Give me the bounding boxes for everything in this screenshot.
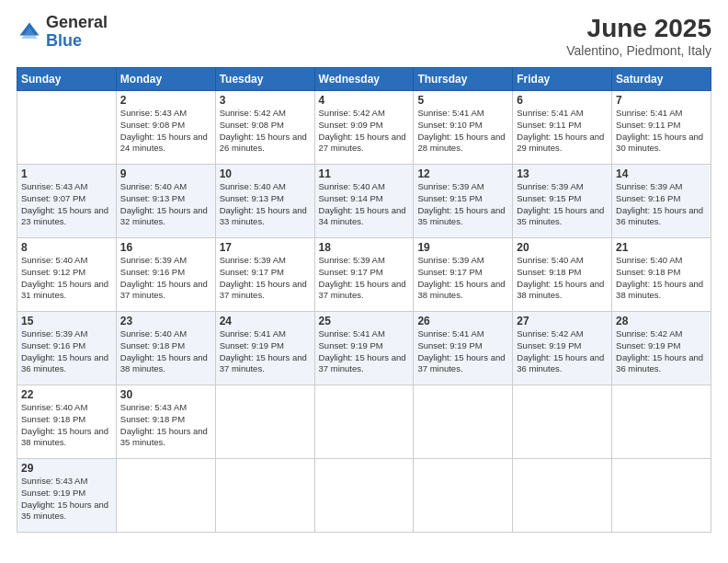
calendar-week-1: 1Sunrise: 5:43 AMSunset: 9:07 PMDaylight… [17,165,711,238]
calendar-week-2: 8Sunrise: 5:40 AMSunset: 9:12 PMDaylight… [17,238,711,312]
logo-text: General Blue [46,14,108,51]
day-number: 13 [517,167,608,180]
calendar-day-28: 28Sunrise: 5:42 AMSunset: 9:19 PMDayligh… [612,312,711,385]
calendar-day-27: 27Sunrise: 5:42 AMSunset: 9:19 PMDayligh… [513,312,612,385]
calendar-day-8: 8Sunrise: 5:40 AMSunset: 9:12 PMDaylight… [17,238,117,312]
logo-general: General [46,14,108,32]
calendar-day-23: 23Sunrise: 5:40 AMSunset: 9:18 PMDayligh… [116,312,215,385]
calendar-day-11: 11Sunrise: 5:40 AMSunset: 9:14 PMDayligh… [314,165,414,238]
day-number: 7 [616,94,707,107]
calendar-day-10: 10Sunrise: 5:40 AMSunset: 9:13 PMDayligh… [215,165,314,238]
calendar-day-24: 24Sunrise: 5:41 AMSunset: 9:19 PMDayligh… [215,312,314,385]
day-info: Sunrise: 5:40 AMSunset: 9:13 PMDaylight:… [220,181,311,228]
day-info: Sunrise: 5:41 AMSunset: 9:19 PMDaylight:… [417,328,508,375]
day-info: Sunrise: 5:39 AMSunset: 9:17 PMDaylight:… [319,255,410,302]
day-info: Sunrise: 5:39 AMSunset: 9:16 PMDaylight:… [616,181,707,228]
calendar-day-22: 22Sunrise: 5:40 AMSunset: 9:18 PMDayligh… [17,385,117,459]
day-info: Sunrise: 5:41 AMSunset: 9:19 PMDaylight:… [220,328,311,375]
day-info: Sunrise: 5:40 AMSunset: 9:12 PMDaylight:… [21,255,112,302]
day-number: 3 [220,94,311,107]
col-friday: Friday [513,68,612,91]
day-info: Sunrise: 5:43 AMSunset: 9:19 PMDaylight:… [21,476,112,523]
calendar-day-30: 30Sunrise: 5:43 AMSunset: 9:18 PMDayligh… [116,385,215,459]
header: General Blue June 2025 Valentino, Piedmo… [17,14,711,58]
day-info: Sunrise: 5:42 AMSunset: 9:19 PMDaylight:… [517,328,608,375]
day-number: 26 [417,315,508,327]
calendar-day-29: 29Sunrise: 5:43 AMSunset: 9:19 PMDayligh… [17,459,117,533]
day-number: 4 [319,94,410,107]
page: General Blue June 2025 Valentino, Piedmo… [0,0,728,563]
logo-blue: Blue [46,32,108,51]
month-title: June 2025 [566,14,711,43]
calendar-day-4: 4Sunrise: 5:42 AMSunset: 9:09 PMDaylight… [314,91,414,165]
calendar-day-7: 7Sunrise: 5:41 AMSunset: 9:11 PMDaylight… [612,91,711,165]
day-number: 29 [21,462,112,475]
calendar-day-19: 19Sunrise: 5:39 AMSunset: 9:17 PMDayligh… [414,238,513,312]
day-info: Sunrise: 5:39 AMSunset: 9:17 PMDaylight:… [417,255,508,302]
day-info: Sunrise: 5:40 AMSunset: 9:18 PMDaylight:… [21,402,112,449]
day-number: 14 [616,167,707,180]
day-number: 1 [21,167,112,180]
day-number: 12 [417,167,508,180]
calendar-day-2: 2Sunrise: 5:43 AMSunset: 9:08 PMDaylight… [116,91,215,165]
day-number: 15 [21,315,112,327]
day-info: Sunrise: 5:41 AMSunset: 9:10 PMDaylight:… [417,108,508,155]
day-info: Sunrise: 5:42 AMSunset: 9:19 PMDaylight:… [616,328,707,375]
calendar-week-3: 15Sunrise: 5:39 AMSunset: 9:16 PMDayligh… [17,312,711,385]
header-row: Sunday Monday Tuesday Wednesday Thursday… [17,68,711,91]
day-number: 19 [417,241,508,254]
calendar: Sunday Monday Tuesday Wednesday Thursday… [17,67,711,533]
logo-icon [17,19,42,45]
day-info: Sunrise: 5:39 AMSunset: 9:16 PMDaylight:… [120,255,211,302]
day-info: Sunrise: 5:39 AMSunset: 9:15 PMDaylight:… [417,181,508,228]
day-info: Sunrise: 5:39 AMSunset: 9:17 PMDaylight:… [220,255,311,302]
day-number: 8 [21,241,112,254]
calendar-day-16: 16Sunrise: 5:39 AMSunset: 9:16 PMDayligh… [116,238,215,312]
day-info: Sunrise: 5:42 AMSunset: 9:08 PMDaylight:… [220,108,311,155]
calendar-day-18: 18Sunrise: 5:39 AMSunset: 9:17 PMDayligh… [314,238,414,312]
day-number: 20 [517,241,608,254]
day-number: 21 [616,241,707,254]
day-number: 2 [120,94,211,107]
day-number: 18 [319,241,410,254]
day-number: 30 [120,388,211,401]
col-thursday: Thursday [414,68,513,91]
calendar-day-1: 1Sunrise: 5:43 AMSunset: 9:07 PMDaylight… [17,165,117,238]
day-info: Sunrise: 5:40 AMSunset: 9:18 PMDaylight:… [616,255,707,302]
calendar-day-3: 3Sunrise: 5:42 AMSunset: 9:08 PMDaylight… [215,91,314,165]
col-monday: Monday [116,68,215,91]
day-info: Sunrise: 5:39 AMSunset: 9:16 PMDaylight:… [21,328,112,375]
day-info: Sunrise: 5:41 AMSunset: 9:11 PMDaylight:… [616,108,707,155]
day-info: Sunrise: 5:40 AMSunset: 9:18 PMDaylight:… [517,255,608,302]
day-info: Sunrise: 5:43 AMSunset: 9:18 PMDaylight:… [120,402,211,449]
day-number: 16 [120,241,211,254]
calendar-day-17: 17Sunrise: 5:39 AMSunset: 9:17 PMDayligh… [215,238,314,312]
calendar-day-25: 25Sunrise: 5:41 AMSunset: 9:19 PMDayligh… [314,312,414,385]
calendar-day-5: 5Sunrise: 5:41 AMSunset: 9:10 PMDaylight… [414,91,513,165]
day-info: Sunrise: 5:41 AMSunset: 9:19 PMDaylight:… [319,328,410,375]
day-number: 22 [21,388,112,401]
day-info: Sunrise: 5:42 AMSunset: 9:09 PMDaylight:… [319,108,410,155]
col-sunday: Sunday [17,68,117,91]
calendar-day-13: 13Sunrise: 5:39 AMSunset: 9:15 PMDayligh… [513,165,612,238]
day-info: Sunrise: 5:40 AMSunset: 9:13 PMDaylight:… [120,181,211,228]
day-info: Sunrise: 5:43 AMSunset: 9:08 PMDaylight:… [120,108,211,155]
col-tuesday: Tuesday [215,68,314,91]
calendar-day-21: 21Sunrise: 5:40 AMSunset: 9:18 PMDayligh… [612,238,711,312]
day-number: 28 [616,315,707,327]
day-number: 5 [417,94,508,107]
day-number: 11 [319,167,410,180]
calendar-day-6: 6Sunrise: 5:41 AMSunset: 9:11 PMDaylight… [513,91,612,165]
calendar-day-15: 15Sunrise: 5:39 AMSunset: 9:16 PMDayligh… [17,312,117,385]
calendar-day-12: 12Sunrise: 5:39 AMSunset: 9:15 PMDayligh… [414,165,513,238]
day-number: 24 [220,315,311,327]
calendar-day-9: 9Sunrise: 5:40 AMSunset: 9:13 PMDaylight… [116,165,215,238]
day-number: 17 [220,241,311,254]
calendar-week-5: 29Sunrise: 5:43 AMSunset: 9:19 PMDayligh… [17,459,711,533]
calendar-week-0: 2Sunrise: 5:43 AMSunset: 9:08 PMDaylight… [17,91,711,165]
calendar-week-4: 22Sunrise: 5:40 AMSunset: 9:18 PMDayligh… [17,385,711,459]
calendar-day-14: 14Sunrise: 5:39 AMSunset: 9:16 PMDayligh… [612,165,711,238]
col-wednesday: Wednesday [314,68,414,91]
subtitle: Valentino, Piedmont, Italy [566,43,711,58]
calendar-day-20: 20Sunrise: 5:40 AMSunset: 9:18 PMDayligh… [513,238,612,312]
